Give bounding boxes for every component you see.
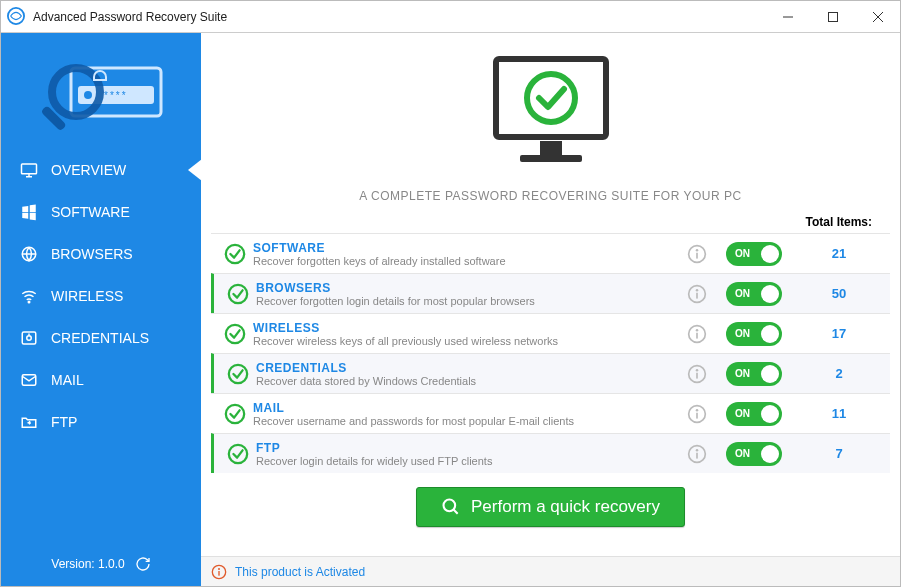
check-icon xyxy=(217,243,253,265)
globe-icon xyxy=(19,244,39,264)
sidebar-item-ftp[interactable]: FTP xyxy=(1,401,201,443)
svg-rect-44 xyxy=(696,412,698,418)
body: **** OVERVIEW SOFTWARE BROWSERS xyxy=(1,33,900,586)
toggle-software[interactable]: ON xyxy=(726,242,782,266)
svg-rect-48 xyxy=(696,452,698,458)
svg-point-7 xyxy=(84,91,92,99)
svg-point-39 xyxy=(696,369,699,372)
info-icon[interactable] xyxy=(680,244,714,264)
check-icon xyxy=(217,323,253,345)
tagline: A COMPLETE PASSWORD RECOVERING SUITE FOR… xyxy=(359,189,741,203)
svg-rect-36 xyxy=(696,332,698,338)
wifi-icon xyxy=(19,286,39,306)
category-list: SOFTWARERecover forgotten keys of alread… xyxy=(201,233,900,473)
perform-recovery-button[interactable]: Perform a quick recovery xyxy=(416,487,685,527)
sidebar-item-label: WIRELESS xyxy=(51,288,123,304)
action-label: Perform a quick recovery xyxy=(471,497,660,517)
monitor-icon xyxy=(19,160,39,180)
category-row-browsers: BROWSERSRecover forgotten login details … xyxy=(211,273,890,313)
info-icon[interactable] xyxy=(680,404,714,424)
toggle-credentials[interactable]: ON xyxy=(726,362,782,386)
category-title: WIRELESS xyxy=(253,321,680,335)
count-wireless: 17 xyxy=(794,326,884,341)
category-row-software: SOFTWARERecover forgotten keys of alread… xyxy=(211,233,890,273)
info-icon[interactable] xyxy=(680,364,714,384)
svg-point-18 xyxy=(27,336,32,341)
mail-icon xyxy=(19,370,39,390)
category-title: FTP xyxy=(256,441,680,455)
sidebar-item-credentials[interactable]: CREDENTIALS xyxy=(1,317,201,359)
sidebar-item-label: SOFTWARE xyxy=(51,204,130,220)
svg-point-24 xyxy=(527,74,575,122)
info-icon[interactable] xyxy=(680,444,714,464)
sidebar-item-mail[interactable]: MAIL xyxy=(1,359,201,401)
category-title: SOFTWARE xyxy=(253,241,680,255)
toggle-browsers[interactable]: ON xyxy=(726,282,782,306)
svg-point-33 xyxy=(226,324,244,342)
refresh-icon[interactable] xyxy=(135,556,151,572)
svg-rect-28 xyxy=(696,252,698,258)
info-icon[interactable] xyxy=(680,284,714,304)
sidebar-item-software[interactable]: SOFTWARE xyxy=(1,191,201,233)
hero: A COMPLETE PASSWORD RECOVERING SUITE FOR… xyxy=(201,33,900,209)
svg-point-25 xyxy=(226,244,244,262)
sidebar-item-label: MAIL xyxy=(51,372,84,388)
svg-point-49 xyxy=(444,500,456,512)
svg-rect-22 xyxy=(540,141,562,155)
sidebar-item-label: CREDENTIALS xyxy=(51,330,149,346)
close-button[interactable] xyxy=(855,1,900,33)
magnifier-icon xyxy=(441,497,461,517)
toggle-wireless[interactable]: ON xyxy=(726,322,782,346)
count-mail: 11 xyxy=(794,406,884,421)
category-row-wireless: WIRELESSRecover wireless keys of all pre… xyxy=(211,313,890,353)
category-desc: Recover username and passwords for most … xyxy=(253,415,680,427)
svg-point-43 xyxy=(696,409,699,412)
app-icon xyxy=(7,7,27,27)
svg-rect-40 xyxy=(696,372,698,378)
count-software: 21 xyxy=(794,246,884,261)
svg-line-50 xyxy=(454,510,458,514)
svg-point-37 xyxy=(229,364,247,382)
category-desc: Recover forgotten login details for most… xyxy=(256,295,680,307)
check-icon xyxy=(220,443,256,465)
app-window: Advanced Password Recovery Suite **** xyxy=(0,0,901,587)
total-items-label: Total Items: xyxy=(201,209,900,233)
category-title: BROWSERS xyxy=(256,281,680,295)
status-info-icon xyxy=(211,564,227,580)
info-icon[interactable] xyxy=(680,324,714,344)
category-desc: Recover forgotten keys of already instal… xyxy=(253,255,680,267)
category-row-ftp: FTPRecover login details for widely used… xyxy=(211,433,890,473)
sidebar-logo: **** xyxy=(1,45,201,145)
svg-rect-21 xyxy=(496,59,606,137)
count-browsers: 50 xyxy=(794,286,884,301)
main-panel: A COMPLETE PASSWORD RECOVERING SUITE FOR… xyxy=(201,33,900,586)
action-row: Perform a quick recovery xyxy=(201,473,900,539)
check-icon xyxy=(220,363,256,385)
category-desc: Recover wireless keys of all previously … xyxy=(253,335,680,347)
minimize-button[interactable] xyxy=(765,1,810,33)
sidebar: **** OVERVIEW SOFTWARE BROWSERS xyxy=(1,33,201,586)
svg-point-31 xyxy=(696,289,699,292)
check-icon xyxy=(220,283,256,305)
svg-point-16 xyxy=(28,301,30,303)
toggle-ftp[interactable]: ON xyxy=(726,442,782,466)
sidebar-item-label: BROWSERS xyxy=(51,246,133,262)
sidebar-item-wireless[interactable]: WIRELESS xyxy=(1,275,201,317)
svg-rect-32 xyxy=(696,292,698,298)
vault-icon xyxy=(19,328,39,348)
sidebar-item-browsers[interactable]: BROWSERS xyxy=(1,233,201,275)
svg-point-27 xyxy=(696,249,699,252)
sidebar-nav: OVERVIEW SOFTWARE BROWSERS WIRELESS CRED… xyxy=(1,149,201,443)
sidebar-item-label: FTP xyxy=(51,414,77,430)
toggle-mail[interactable]: ON xyxy=(726,402,782,426)
count-credentials: 2 xyxy=(794,366,884,381)
folder-transfer-icon xyxy=(19,412,39,432)
sidebar-item-label: OVERVIEW xyxy=(51,162,126,178)
check-icon xyxy=(217,403,253,425)
sidebar-item-overview[interactable]: OVERVIEW xyxy=(1,149,201,191)
category-desc: Recover data stored by Windows Credentia… xyxy=(256,375,680,387)
windows-icon xyxy=(19,202,39,222)
svg-point-29 xyxy=(229,284,247,302)
maximize-button[interactable] xyxy=(810,1,855,33)
version-label: Version: 1.0.0 xyxy=(51,557,124,571)
